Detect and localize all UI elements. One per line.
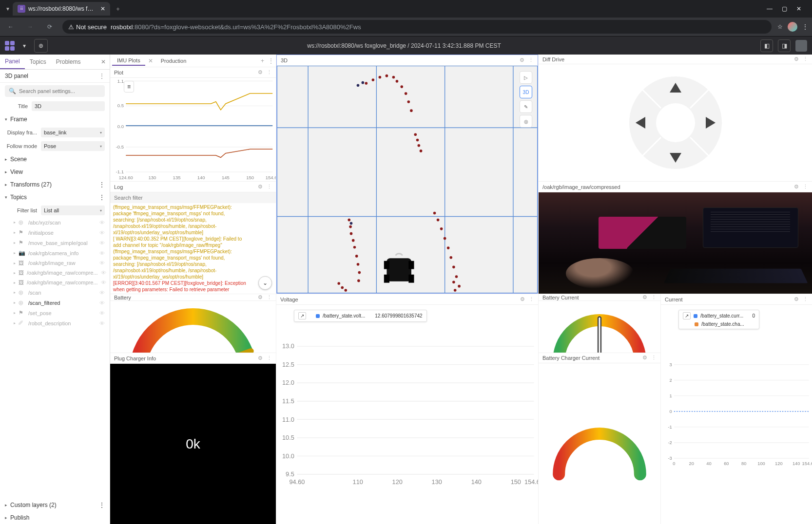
topic-item[interactable]: ▸◎/scan_filtered👁	[0, 298, 110, 308]
browser-menu-icon[interactable]: ⋮	[802, 23, 808, 30]
more-icon[interactable]: ⋮	[267, 69, 272, 75]
view-3d-button[interactable]: 3D	[520, 86, 532, 98]
3d-viewport[interactable]: ▷ 3D ✎ ◎	[277, 66, 538, 293]
chevron-right-icon[interactable]: ▸	[5, 515, 7, 520]
topics-section[interactable]: Topics	[10, 194, 27, 201]
more-icon[interactable]: ⋮	[268, 57, 274, 64]
more-icon[interactable]: ⋮	[529, 296, 534, 302]
sidebar-tab-panel[interactable]: Panel	[0, 55, 25, 69]
more-icon[interactable]: ⋮	[267, 355, 272, 361]
reload-icon[interactable]: ⟳	[43, 20, 57, 34]
chevron-right-icon[interactable]: ▸	[5, 157, 7, 162]
visibility-icon[interactable]: 👁	[101, 280, 106, 285]
voltage-plot[interactable]: 9.510.010.511.011.512.012.513.094.601101…	[276, 305, 538, 524]
chevron-right-icon[interactable]: ▸	[5, 169, 7, 174]
more-icon[interactable]: ⋮	[267, 184, 272, 190]
topic-item[interactable]: ▸⚑/move_base_simple/goal👁	[0, 238, 110, 248]
visibility-icon[interactable]: 👁	[99, 260, 105, 266]
gear-icon[interactable]: ⚙	[642, 355, 647, 361]
layout-right-icon[interactable]: ◨	[778, 39, 791, 52]
visibility-icon[interactable]: 👁	[99, 240, 105, 246]
more-icon[interactable]: ⋮	[803, 296, 808, 302]
sidebar-tab-problems[interactable]: Problems	[51, 55, 86, 69]
more-icon[interactable]: ⋮	[99, 194, 105, 201]
chevron-right-icon[interactable]: ▸	[5, 182, 7, 187]
topic-item[interactable]: ▸🖼/oak/rgb/image_raw/compre...👁	[0, 278, 110, 287]
dpad-up-button[interactable]	[656, 74, 695, 103]
visibility-icon[interactable]: 👁	[99, 290, 105, 296]
visibility-icon[interactable]: 👁	[99, 230, 105, 236]
more-icon[interactable]: ⋮	[528, 57, 534, 63]
forward-icon[interactable]: →	[23, 20, 37, 34]
gear-icon[interactable]: ⚙	[258, 184, 263, 190]
topic-item[interactable]: ▸◎/abc/xyz/scan👁	[0, 217, 110, 227]
gear-icon[interactable]: ⚙	[794, 296, 799, 302]
visibility-icon[interactable]: 👁	[99, 310, 105, 316]
gear-icon[interactable]: ⚙	[794, 184, 799, 190]
legend-toggle-icon[interactable]: ≡	[124, 81, 134, 93]
frame-section[interactable]: Frame	[10, 116, 27, 123]
chevron-down-icon[interactable]: ▾	[5, 195, 7, 200]
current-legend[interactable]: ↗ /battery_state.curr... 0 /battery_stat…	[678, 310, 759, 329]
display-frame-select[interactable]: base_link▾	[41, 128, 105, 137]
close-icon[interactable]: ✕	[145, 57, 156, 64]
title-input[interactable]	[32, 101, 105, 111]
tab-production[interactable]: Production	[156, 56, 192, 65]
imu-plot[interactable]: -1.1-0.50.00.51.1124.6013013514014515015…	[110, 78, 276, 181]
more-icon[interactable]: ⋮	[803, 184, 808, 190]
topic-item[interactable]: ▸␥/robot_description👁	[0, 318, 110, 328]
topic-item[interactable]: ▸◎/scan👁	[0, 287, 110, 298]
user-avatar[interactable]	[795, 40, 807, 52]
minimize-icon[interactable]: —	[765, 5, 774, 12]
close-icon[interactable]: ✕	[97, 58, 110, 65]
maximize-icon[interactable]: ▢	[780, 5, 789, 12]
visibility-icon[interactable]: 👁	[99, 320, 105, 326]
select-tool-icon[interactable]: ▷	[520, 71, 532, 84]
gear-icon[interactable]: ⚙	[794, 56, 799, 62]
topic-item[interactable]: ▸📷/oak/rgb/camera_info👁	[0, 248, 110, 258]
gear-icon[interactable]: ⚙	[258, 69, 263, 75]
browser-tab[interactable]: ⠿ ws://rosbotxl:8080/ws f… ✕	[13, 2, 110, 16]
scene-section[interactable]: Scene	[10, 156, 27, 163]
transforms-section[interactable]: Transforms (27)	[10, 181, 52, 188]
topic-item[interactable]: ▸⚑/initialpose👁	[0, 227, 110, 238]
more-icon[interactable]: ⋮	[803, 56, 808, 62]
gear-icon[interactable]: ⚙	[258, 355, 263, 361]
url-input[interactable]: ⚠ Not secure rosbotxl:8080/?ds=foxglove-…	[62, 20, 772, 34]
topic-item[interactable]: ▸⚑/set_pose👁	[0, 308, 110, 318]
visibility-icon[interactable]: 👁	[99, 250, 105, 256]
expand-icon[interactable]: ↗	[683, 312, 691, 319]
recenter-icon[interactable]: ◎	[520, 115, 532, 128]
dpad-down-button[interactable]	[656, 142, 695, 171]
gear-icon[interactable]: ⚙	[520, 296, 525, 302]
new-tab-button[interactable]: ＋	[111, 2, 125, 16]
measure-tool-icon[interactable]: ✎	[520, 100, 532, 113]
more-icon[interactable]: ⋮	[99, 181, 105, 188]
visibility-icon[interactable]: 👁	[99, 220, 105, 225]
chevron-down-icon[interactable]: ▾	[5, 117, 7, 122]
close-window-icon[interactable]: ✕	[794, 5, 803, 12]
visibility-icon[interactable]: 👁	[101, 270, 106, 276]
visibility-icon[interactable]: 👁	[99, 300, 105, 306]
close-icon[interactable]: ✕	[100, 5, 105, 12]
current-plot[interactable]: -3-2-10123020406080100120140154.60	[661, 305, 812, 524]
gear-icon[interactable]: ⚙	[520, 57, 524, 63]
back-icon[interactable]: ←	[4, 20, 18, 34]
more-icon[interactable]: ⋮	[99, 502, 105, 508]
app-menu-chevron-icon[interactable]: ▾	[18, 39, 31, 53]
profile-avatar[interactable]	[788, 22, 797, 32]
scroll-down-icon[interactable]: ⌄	[258, 276, 272, 290]
more-icon[interactable]: ⋮	[651, 355, 657, 361]
panel-search-input[interactable]	[19, 88, 101, 94]
publish-section[interactable]: Publish	[10, 514, 29, 521]
chevron-down-icon[interactable]: ▾	[4, 5, 12, 13]
tab-imu-plots[interactable]: IMU Plots	[112, 56, 145, 66]
view-section[interactable]: View	[10, 168, 23, 175]
layout-left-icon[interactable]: ◧	[760, 39, 773, 52]
follow-mode-select[interactable]: Pose▾	[41, 141, 105, 151]
topic-item[interactable]: ▸🖼/oak/rgb/image_raw/compre...👁	[0, 268, 110, 278]
sidebar-tab-topics[interactable]: Topics	[25, 55, 51, 69]
add-tab-icon[interactable]: +	[261, 57, 264, 64]
more-icon[interactable]: ⋮	[99, 73, 105, 79]
filter-list-select[interactable]: List all▾	[41, 206, 105, 215]
